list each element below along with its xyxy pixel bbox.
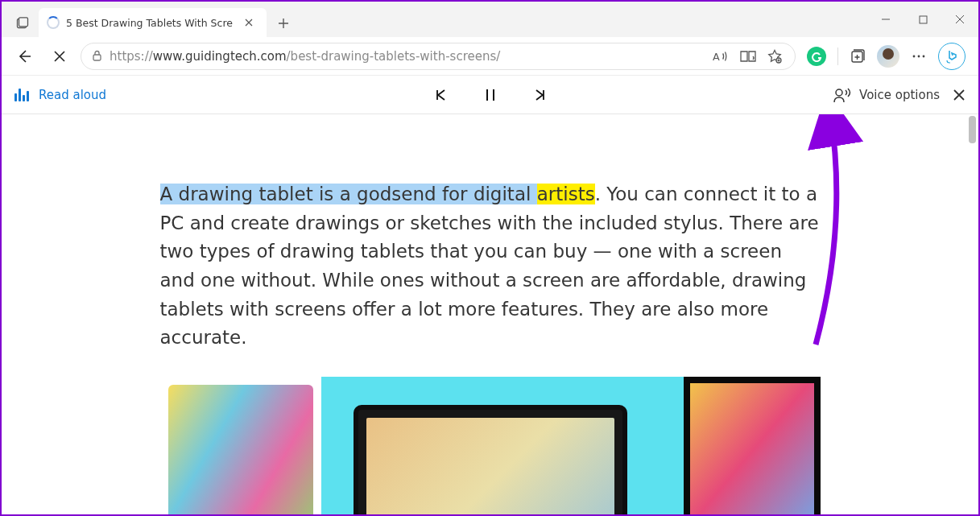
url-text: https://www.guidingtech.com/best-drawing… [110,49,706,64]
read-aloud-entry-icon[interactable]: A [713,49,729,64]
toolbar-right [802,43,970,70]
svg-point-8 [918,55,920,57]
maximize-button[interactable] [904,2,941,37]
voice-options-label: Voice options [859,88,940,102]
svg-point-10 [836,89,842,96]
svg-rect-3 [93,55,101,60]
close-window-button[interactable] [941,2,978,37]
favorites-icon[interactable] [767,49,782,64]
next-paragraph-button[interactable] [526,80,555,109]
tab-title: 5 Best Drawing Tablets With Scre [66,17,233,29]
read-aloud-indicator[interactable]: Read aloud [14,88,106,102]
article-content: A drawing tablet is a godsend for digita… [160,114,821,514]
svg-rect-2 [920,16,927,23]
titlebar: 5 Best Drawing Tablets With Scre [2,2,978,37]
address-bar[interactable]: https://www.guidingtech.com/best-drawing… [81,43,796,70]
playback-controls [426,80,555,109]
read-aloud-icon [14,89,29,101]
voice-options-icon [833,87,851,103]
article-paragraph: A drawing tablet is a godsend for digita… [160,180,821,353]
site-info-lock-icon[interactable] [91,50,103,62]
article-hero-image [160,377,821,514]
tab-actions-button[interactable] [6,10,39,37]
more-menu-icon[interactable] [911,48,927,64]
read-aloud-word-highlight: artists [537,184,595,204]
loading-spinner-icon [47,16,60,29]
svg-text:A: A [713,50,720,62]
new-tab-button[interactable] [270,10,297,37]
read-aloud-label: Read aloud [39,88,106,102]
page-viewport: A drawing tablet is a godsend for digita… [2,114,978,514]
vertical-scrollbar[interactable] [969,116,976,143]
profile-avatar[interactable] [877,45,899,68]
close-read-aloud-button[interactable] [953,89,966,101]
minimize-button[interactable] [867,2,904,37]
immersive-reader-icon[interactable] [740,50,756,63]
grammarly-extension-icon[interactable] [807,47,826,66]
svg-point-7 [913,55,916,57]
read-aloud-bar: Read aloud Voice options [2,76,978,114]
read-aloud-sentence-highlight: A drawing tablet is a godsend for digita… [160,184,595,204]
pause-button[interactable] [476,80,505,109]
browser-tab[interactable]: 5 Best Drawing Tablets With Scre [39,8,267,37]
back-button[interactable] [10,42,39,71]
collections-icon[interactable] [850,48,866,64]
previous-paragraph-button[interactable] [426,80,455,109]
toolbar-separator [837,47,838,65]
window-controls [867,2,978,37]
stop-loading-button[interactable] [45,42,74,71]
address-toolbar: https://www.guidingtech.com/best-drawing… [2,37,978,76]
bing-chat-button[interactable] [938,43,966,70]
close-tab-button[interactable] [239,13,258,32]
svg-rect-1 [19,18,28,27]
svg-point-9 [923,55,925,57]
voice-options-button[interactable]: Voice options [833,87,940,103]
